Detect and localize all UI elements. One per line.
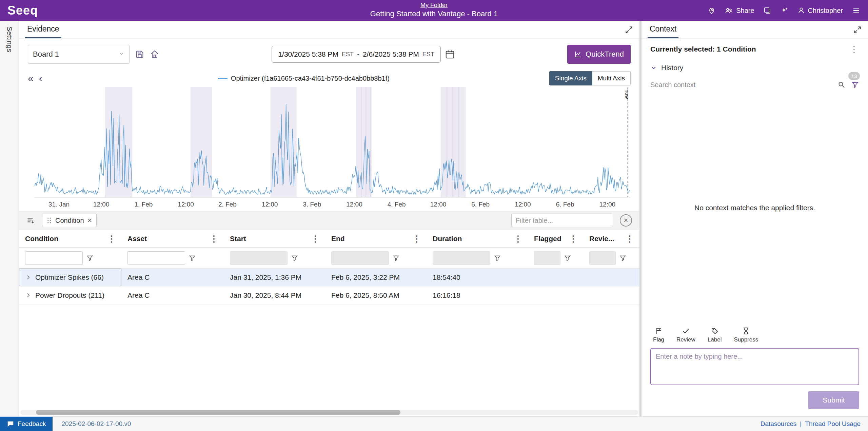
expand-panel-icon[interactable] — [853, 25, 862, 36]
column-header-asset[interactable]: Asset⋮ — [121, 230, 224, 247]
evidence-panel: Evidence Board 1 1/30/2025 5:38 PM — [19, 21, 639, 416]
context-tabbar: Context — [642, 21, 868, 39]
settings-strip: Settings — [0, 21, 19, 416]
filter-start-input[interactable] — [230, 251, 288, 265]
filter-funnel-icon[interactable] — [189, 254, 196, 262]
tab-evidence[interactable]: Evidence — [25, 24, 61, 38]
breadcrumb[interactable]: My Folder — [420, 1, 448, 9]
filter-funnel-icon[interactable] — [494, 254, 501, 262]
quicktrend-button[interactable]: QuickTrend — [567, 45, 631, 64]
ai-sparkle-icon[interactable] — [780, 6, 788, 15]
filter-funnel-icon[interactable] — [564, 254, 571, 262]
header-center: My Folder Getting Started with Vantage -… — [370, 1, 498, 18]
column-header-start[interactable]: Start⋮ — [224, 230, 325, 247]
legend-series-label: Optimizer (f1a61665-ca43-4f61-b750-dc4ab… — [231, 75, 390, 82]
evidence-toolbar: Board 1 1/30/2025 5:38 PM EST - 2/6/2025… — [19, 39, 639, 70]
column-header-duration[interactable]: Duration⋮ — [427, 230, 528, 247]
date-range-selector[interactable]: 1/30/2025 5:38 PM EST - 2/6/2025 5:38 PM… — [272, 46, 440, 63]
note-input[interactable] — [650, 348, 859, 385]
multi-axis-button[interactable]: Multi Axis — [592, 71, 631, 85]
filter-reviewed-input[interactable] — [589, 251, 616, 265]
column-menu-icon[interactable]: ⋮ — [106, 234, 117, 243]
filter-funnel-icon[interactable] — [86, 254, 94, 262]
filter-end-input[interactable] — [331, 251, 389, 265]
table-row[interactable]: Optimizer Spikes (66) Area C Jan 31, 202… — [19, 269, 639, 287]
quicktrend-label: QuickTrend — [586, 50, 624, 59]
trend-chart[interactable]: now — [35, 87, 630, 199]
thread-pool-usage-link[interactable]: Thread Pool Usage — [805, 420, 861, 428]
column-menu-icon[interactable]: ⋮ — [625, 234, 635, 243]
submit-row: Submit — [650, 391, 859, 409]
column-header-condition[interactable]: Condition⋮ — [19, 230, 121, 247]
evidence-tabbar: Evidence — [19, 21, 639, 39]
single-axis-button[interactable]: Single Axis — [549, 71, 592, 85]
context-filter-icon[interactable] — [851, 81, 859, 89]
status-bar: Feedback 2025-02-06-02-17-00.v0 Datasour… — [0, 416, 868, 431]
chart-nav-arrows: « ‹ — [28, 73, 58, 83]
column-menu-icon[interactable]: ⋮ — [412, 234, 422, 243]
page-far-left-icon[interactable]: « — [28, 73, 34, 83]
history-section-toggle[interactable]: History — [650, 64, 859, 72]
column-header-end[interactable]: End⋮ — [325, 230, 427, 247]
action-label: Flag — [653, 336, 664, 343]
review-button[interactable]: Review — [676, 327, 695, 343]
datasources-link[interactable]: Datasources — [761, 420, 797, 428]
context-menu-icon[interactable]: ⋮ — [849, 45, 859, 54]
chevron-down-icon — [650, 64, 657, 71]
home-icon[interactable] — [150, 50, 159, 59]
settings-tab[interactable]: Settings — [5, 26, 14, 52]
context-panel: Context Currently selected: 1 Condition … — [642, 21, 868, 416]
tab-context[interactable]: Context — [648, 24, 678, 38]
filter-flagged-input[interactable] — [534, 251, 560, 265]
calendar-icon[interactable] — [445, 49, 455, 59]
column-menu-icon[interactable]: ⋮ — [310, 234, 320, 243]
page-left-icon[interactable]: ‹ — [39, 73, 42, 83]
expand-row-icon[interactable] — [25, 292, 31, 298]
column-menu-icon[interactable]: ⋮ — [209, 234, 219, 243]
flag-button[interactable]: Flag — [653, 327, 664, 343]
column-label: End — [331, 235, 345, 243]
x-tick-label: 2. Feb — [218, 201, 237, 208]
trend-chart-area[interactable]: now — [19, 87, 639, 199]
clear-filters-icon[interactable]: × — [620, 214, 632, 227]
filter-funnel-icon[interactable] — [291, 254, 298, 262]
label-button[interactable]: Label — [708, 327, 722, 343]
table-row[interactable]: Power Dropouts (211) Area C Jan 30, 2025… — [19, 287, 639, 305]
share-button[interactable]: Share — [725, 6, 754, 15]
column-label: Asset — [127, 235, 147, 243]
column-menu-icon[interactable]: ⋮ — [513, 234, 523, 243]
filter-funnel-icon[interactable] — [392, 254, 400, 262]
submit-button[interactable]: Submit — [808, 391, 859, 409]
board-select[interactable]: Board 1 — [28, 45, 130, 64]
column-header-flagged[interactable]: Flagged⋮ — [528, 230, 583, 247]
check-icon — [682, 327, 690, 335]
action-label: Label — [708, 336, 722, 343]
filter-table-input[interactable] — [511, 214, 613, 227]
hamburger-menu-icon[interactable] — [852, 6, 861, 15]
date-range-start: 1/30/2025 5:38 PM — [278, 50, 338, 58]
column-header-reviewed[interactable]: Revie...⋮ — [583, 230, 639, 247]
scrollbar-thumb[interactable] — [36, 410, 400, 415]
expand-row-icon[interactable] — [25, 274, 31, 280]
horizontal-scrollbar[interactable] — [20, 410, 638, 415]
condition-group-chip[interactable]: Condition × — [42, 214, 97, 227]
filter-funnel-icon[interactable] — [619, 254, 627, 262]
worksheets-icon[interactable] — [763, 6, 771, 15]
user-menu[interactable]: Christopher — [797, 6, 843, 15]
footer-links: Datasources | Thread Pool Usage — [761, 420, 868, 428]
search-context-input[interactable] — [650, 81, 837, 89]
column-menu-icon[interactable]: ⋮ — [568, 234, 578, 243]
filter-condition-input[interactable] — [25, 251, 83, 265]
x-tick-label: 12:00 — [599, 201, 615, 208]
chip-close-icon[interactable]: × — [87, 216, 92, 224]
save-board-icon[interactable] — [135, 50, 144, 59]
location-pin-icon[interactable] — [708, 6, 716, 15]
table-menu-icon[interactable] — [26, 216, 35, 225]
suppress-button[interactable]: Suppress — [734, 327, 758, 343]
app-header: Seeq My Folder Getting Started with Vant… — [0, 0, 868, 21]
filter-duration-input[interactable] — [433, 251, 490, 265]
expand-panel-icon[interactable] — [625, 25, 633, 36]
feedback-button[interactable]: Feedback — [0, 417, 53, 431]
filter-asset-input[interactable] — [127, 251, 185, 265]
search-icon[interactable] — [837, 81, 846, 89]
